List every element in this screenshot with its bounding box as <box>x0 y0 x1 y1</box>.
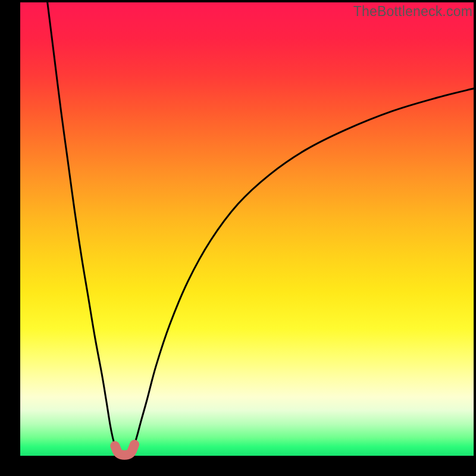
watermark-text: TheBottleneck.com <box>353 4 472 20</box>
chart-frame: TheBottleneck.com <box>0 0 476 476</box>
series-left-branch <box>48 2 117 450</box>
trough-marker <box>115 444 134 455</box>
chart-curve-layer <box>20 2 474 456</box>
series-right-branch <box>132 89 474 450</box>
